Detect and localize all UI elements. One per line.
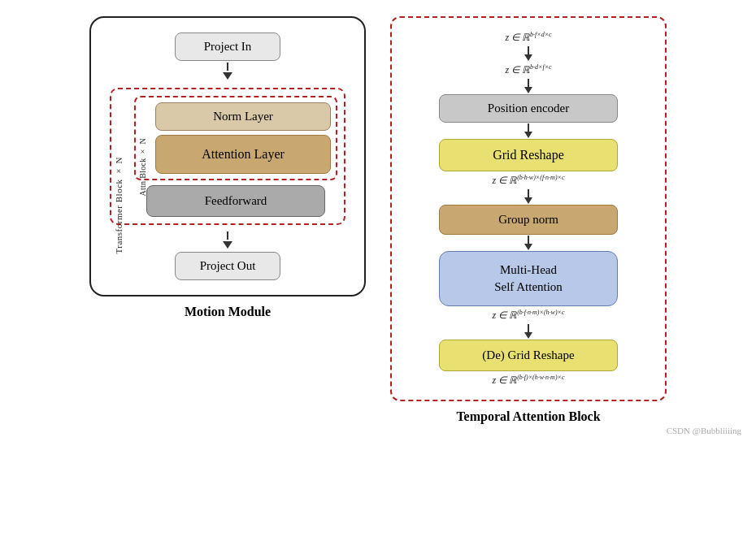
arrow-t3 xyxy=(524,123,532,138)
multihead-line1: Multi-Head xyxy=(456,262,601,279)
arrow-t4 xyxy=(524,189,532,204)
grid-reshape-block: Grid Reshape xyxy=(439,139,618,171)
arrow-t2 xyxy=(524,79,532,93)
motion-module: Project In Transformer Block × N Attn Bl… xyxy=(89,16,366,319)
arrow-head-2 xyxy=(223,241,232,249)
math-z1-sup: b·f×d×c xyxy=(530,31,552,38)
arrow-1 xyxy=(223,63,232,81)
temporal-box: z ∈ ℝb·f×d×c z ∈ ℝb·d×f×c Position encod… xyxy=(390,16,667,401)
math-z2: z ∈ ℝb·d×f×c xyxy=(505,63,551,76)
position-encoder-block: Position encoder xyxy=(439,94,618,123)
math-z3-sup: (b·h·w)×(f·n·m)×c xyxy=(517,174,564,181)
arrow-head xyxy=(223,72,232,80)
arrow-t5 xyxy=(524,236,532,250)
temporal-module: z ∈ ℝb·f×d×c z ∈ ℝb·d×f×c Position encod… xyxy=(390,16,667,424)
attn-block-inner: Attn Block × N Norm Layer Attention Laye… xyxy=(134,96,337,180)
project-out-label: Project Out xyxy=(200,259,256,272)
feedforward-block: Feedforward xyxy=(146,185,325,217)
project-in-block: Project In xyxy=(175,32,280,61)
grid-reshape-label: Grid Reshape xyxy=(493,148,564,162)
project-out-block: Project Out xyxy=(175,252,280,280)
temporal-block-title: Temporal Attention Block xyxy=(456,409,600,424)
norm-layer-label: Norm Layer xyxy=(213,110,273,123)
transformer-label: Transformer Block × N xyxy=(114,157,124,254)
attention-layer-block: Attention Layer xyxy=(155,135,331,174)
transformer-block-outer: Transformer Block × N Attn Block × N Nor… xyxy=(110,88,345,225)
group-norm-block: Group norm xyxy=(439,205,618,235)
arrow-t1 xyxy=(524,46,532,61)
de-grid-reshape-label: (De) Grid Reshape xyxy=(482,348,574,361)
multihead-block: Multi-Head Self Attention xyxy=(439,251,618,306)
motion-module-title: Motion Module xyxy=(185,305,271,319)
math-z4: z ∈ ℝ(b·f·n·m)×(h·w)×c xyxy=(492,309,564,322)
group-norm-label: Group norm xyxy=(498,213,558,226)
motion-module-box: Project In Transformer Block × N Attn Bl… xyxy=(89,16,366,296)
arrow-line xyxy=(227,63,228,71)
math-z5-sup: (b·f)×(h·w·n·m)×c xyxy=(517,374,564,381)
feedforward-wrapper: Feedforward xyxy=(134,185,337,217)
project-in-label: Project In xyxy=(204,40,252,53)
de-grid-reshape-block: (De) Grid Reshape xyxy=(439,340,618,371)
math-z5: z ∈ ℝ(b·f)×(h·w·n·m)×c xyxy=(492,374,564,387)
arrow-t6 xyxy=(524,324,532,339)
main-container: Project In Transformer Block × N Attn Bl… xyxy=(0,0,756,424)
norm-layer-block: Norm Layer xyxy=(155,102,331,131)
math-z2-sup: b·d×f×c xyxy=(530,63,552,71)
math-z4-sup: (b·f·n·m)×(h·w)×c xyxy=(517,309,564,316)
feedforward-label: Feedforward xyxy=(205,194,267,207)
math-z1: z ∈ ℝb·f×d×c xyxy=(505,31,551,44)
watermark: CSDN @Bubbliiiing xyxy=(667,426,741,435)
math-z3: z ∈ ℝ(b·h·w)×(f·n·m)×c xyxy=(492,174,564,187)
attn-label: Attn Block × N xyxy=(138,138,147,197)
arrow-2 xyxy=(223,232,232,250)
arrow-line-2 xyxy=(227,232,228,240)
multihead-line2: Self Attention xyxy=(456,279,601,296)
position-encoder-label: Position encoder xyxy=(488,102,569,115)
attention-layer-label: Attention Layer xyxy=(202,147,285,161)
